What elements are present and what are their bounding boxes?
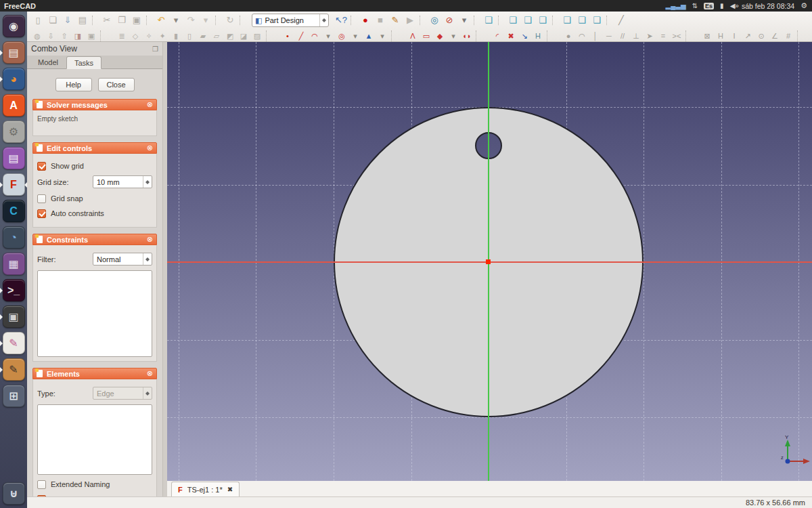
- measure-icon[interactable]: ╱: [614, 14, 629, 27]
- undo-dropdown-icon[interactable]: ▾: [168, 14, 183, 27]
- constraint-vdistance-icon[interactable]: I: [727, 30, 741, 41]
- refresh-icon[interactable]: ↻: [223, 14, 238, 27]
- sketch-polyline-icon[interactable]: Λ: [406, 30, 420, 41]
- groove-icon[interactable]: ▱: [210, 30, 223, 41]
- view-front-icon[interactable]: ❑: [505, 14, 520, 27]
- dash-home-button[interactable]: ◉: [0, 13, 27, 39]
- 3d-viewport[interactable]: Y X Z: [167, 42, 812, 481]
- construction-mode-icon[interactable]: H: [531, 30, 545, 41]
- sketch-fillet-icon[interactable]: ◜: [491, 30, 504, 41]
- view-rear-icon[interactable]: ❑: [560, 14, 574, 27]
- sketch-polygon-icon[interactable]: ◆: [433, 30, 447, 41]
- close-tab-icon[interactable]: ✖: [227, 486, 233, 493]
- datum-line-icon[interactable]: ◇: [129, 30, 142, 41]
- type-dropdown[interactable]: Edge: [93, 387, 152, 400]
- help-button[interactable]: Help: [55, 78, 92, 91]
- purple-window-app-button[interactable]: ▤: [0, 145, 27, 171]
- redo-icon[interactable]: ↷: [183, 14, 198, 27]
- sketch-arc-icon[interactable]: ◠: [308, 30, 321, 41]
- extended-naming-row[interactable]: Extended Naming: [37, 479, 152, 490]
- fit-all-icon[interactable]: ◎: [427, 14, 442, 27]
- whats-this-icon[interactable]: ↖?: [334, 14, 348, 27]
- trash-button[interactable]: ⊎: [0, 480, 27, 507]
- cut-icon[interactable]: ✂: [99, 14, 114, 27]
- pocket-icon[interactable]: ▯: [183, 30, 196, 41]
- macro-record-icon[interactable]: ●: [358, 14, 373, 27]
- auto-constraints-checkbox[interactable]: [37, 209, 46, 218]
- sketch-rectangle-icon[interactable]: ▭: [420, 30, 433, 41]
- tab-tasks[interactable]: Tasks: [66, 56, 102, 69]
- show-grid-checkbox[interactable]: [37, 162, 46, 171]
- clock[interactable]: sáb feb 28 08:34: [742, 2, 794, 10]
- view-right-icon[interactable]: ❑: [535, 14, 550, 27]
- keyboard-layout-badge[interactable]: Es: [704, 0, 714, 12]
- session-gear-icon[interactable]: ⚙: [800, 1, 807, 10]
- constraint-coincident-icon[interactable]: ●: [562, 30, 575, 41]
- view-left-icon[interactable]: ❑: [589, 14, 604, 27]
- firefox-app-button[interactable]: ◕: [0, 66, 27, 92]
- constraint-vertical-icon[interactable]: │: [589, 30, 602, 41]
- workspace-switcher-button[interactable]: ⊞: [0, 383, 27, 409]
- sketch-conic-icon[interactable]: ▲: [362, 30, 376, 41]
- macro-stop-icon[interactable]: ■: [373, 14, 388, 27]
- network-updown-icon[interactable]: ⇅: [692, 0, 698, 12]
- dropdown-arrows[interactable]: [143, 253, 152, 265]
- boolean-icon[interactable]: ▨: [250, 30, 264, 41]
- constraint-lock-icon[interactable]: ⊠: [700, 30, 714, 41]
- collapse-section-icon[interactable]: ⊗: [147, 100, 153, 109]
- sketch-line-icon[interactable]: ╱: [294, 30, 308, 41]
- constraint-symmetric-icon[interactable]: ><: [670, 30, 683, 41]
- sketch-circle-icon[interactable]: ◎: [335, 30, 348, 41]
- close-button[interactable]: Close: [98, 78, 135, 91]
- gimp-app-button[interactable]: ✎: [0, 356, 27, 383]
- collapse-section-icon[interactable]: ⊗: [147, 235, 153, 244]
- panel-splitter[interactable]: [162, 42, 167, 496]
- spinbox-arrows[interactable]: [143, 176, 152, 188]
- revolution-icon[interactable]: ▰: [196, 30, 210, 41]
- constraint-parallel-icon[interactable]: //: [616, 30, 629, 41]
- grid-size-spinbox[interactable]: 10 mm: [93, 175, 152, 188]
- sketch-point-icon[interactable]: •: [281, 30, 294, 41]
- save-icon[interactable]: ⇓: [60, 14, 75, 27]
- sketch-trim-icon[interactable]: ✖: [504, 30, 518, 41]
- constraint-horizontal-icon[interactable]: ─: [602, 30, 616, 41]
- datum-point-icon[interactable]: ✧: [142, 30, 156, 41]
- undo-icon[interactable]: ↶: [154, 14, 168, 27]
- print-icon[interactable]: ▤: [75, 14, 90, 27]
- software-center-button[interactable]: A: [0, 92, 27, 119]
- constraints-list[interactable]: [37, 270, 152, 357]
- collapse-section-icon[interactable]: ⊗: [147, 144, 153, 152]
- sketch-slot-icon[interactable]: ◖◗: [460, 30, 474, 41]
- macro-edit-icon[interactable]: ✎: [388, 14, 403, 27]
- elements-list[interactable]: [37, 404, 152, 475]
- draw-style-dropdown-icon[interactable]: ▾: [457, 14, 472, 27]
- grid-snap-row[interactable]: Grid snap: [37, 193, 152, 204]
- view-isometric-icon[interactable]: ❑: [481, 14, 496, 27]
- constraint-perpendicular-icon[interactable]: ⊥: [629, 30, 643, 41]
- external-geometry-icon[interactable]: ↘: [518, 30, 531, 41]
- view-bottom-icon[interactable]: ❑: [574, 14, 589, 27]
- workbench-selector[interactable]: ◧ Part Design: [252, 14, 329, 27]
- origin-point[interactable]: [486, 259, 491, 264]
- constraint-hdistance-icon[interactable]: H: [714, 30, 727, 41]
- constraint-tangent-icon[interactable]: ➤: [643, 30, 656, 41]
- view-top-icon[interactable]: ❑: [520, 14, 535, 27]
- constraint-distance-icon[interactable]: ↗: [741, 30, 754, 41]
- constraint-equal-icon[interactable]: =: [656, 30, 670, 41]
- float-panel-icon[interactable]: ❐: [152, 45, 158, 53]
- section-view-icon[interactable]: ◨: [71, 30, 85, 41]
- constraint-refraction-icon[interactable]: #: [782, 30, 795, 41]
- terminal-app-button[interactable]: >_: [0, 277, 27, 303]
- additive-loft-icon[interactable]: ◩: [223, 30, 237, 41]
- constraint-radius-icon[interactable]: ⊙: [754, 30, 768, 41]
- paste-icon[interactable]: ▣: [129, 14, 144, 27]
- collapse-section-icon[interactable]: ⊗: [147, 369, 153, 378]
- extended-naming-checkbox[interactable]: [37, 480, 46, 489]
- grid-snap-checkbox[interactable]: [37, 194, 46, 203]
- import-icon[interactable]: ⇩: [44, 30, 58, 41]
- copy-icon[interactable]: ❐: [114, 14, 129, 27]
- media-app-button[interactable]: ▦: [0, 251, 27, 277]
- auto-constraints-row[interactable]: Auto constraints: [37, 208, 152, 219]
- clipping-box-icon[interactable]: ▣: [85, 30, 98, 41]
- conic-dropdown-icon[interactable]: ▾: [376, 30, 389, 41]
